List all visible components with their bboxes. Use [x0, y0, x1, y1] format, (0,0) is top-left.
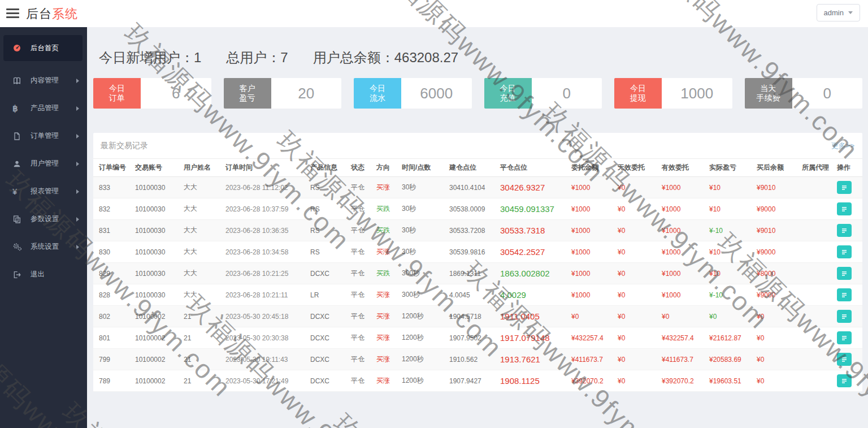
detail-button[interactable]	[837, 267, 852, 280]
sidebar-item-report[interactable]: ¥报表管理	[0, 178, 87, 205]
table-cell: 799	[99, 356, 135, 364]
column-header: 订单编号	[99, 163, 135, 172]
table-cell: ¥10	[709, 270, 757, 278]
table-row: 82910100030大大2023-06-28 10:21:25DCXC平仓买跌…	[93, 263, 862, 284]
table-cell: ¥0	[618, 313, 662, 321]
stat-card-value: 20	[271, 78, 342, 109]
table-cell: 10100002	[135, 313, 184, 321]
table-cell: 平仓	[351, 376, 376, 386]
column-header: 实际盈亏	[709, 163, 757, 172]
table-cell: RS	[310, 205, 351, 213]
stats-summary: 今日新增用户：1总用户：7用户总余额：463208.27	[99, 49, 868, 67]
table-cell: 300秒	[402, 269, 449, 278]
detail-button[interactable]	[837, 224, 852, 237]
table-cell: 平仓	[351, 269, 376, 278]
table-cell: 买涨	[376, 376, 402, 386]
detail-button[interactable]	[837, 288, 852, 301]
stat-card-value: 6000	[401, 78, 472, 109]
sidebar-item-home[interactable]: 后台首页	[3, 35, 83, 61]
table-cell: DCXC	[310, 356, 351, 364]
table-cell: 1917.079148	[500, 333, 571, 343]
table-cell: ¥1000	[571, 184, 618, 192]
table-cell: 买涨	[376, 290, 402, 300]
sidebar-item-product[interactable]: ฿产品管理	[0, 94, 87, 122]
table-cell: 平仓	[351, 333, 376, 343]
table-cell: RS	[310, 248, 351, 256]
table-cell: 2023-05-30 17:21:49	[225, 377, 310, 385]
table-cell: 30539.9816	[449, 248, 500, 256]
table-cell: 10100002	[135, 356, 184, 364]
table-cell: ¥411673.7	[662, 356, 709, 364]
sidebar-item-label: 产品管理	[31, 103, 59, 113]
sidebar-item-user[interactable]: 用户管理	[0, 150, 87, 178]
detail-button[interactable]	[837, 245, 852, 258]
sidebar-item-params[interactable]: 参数设置	[0, 205, 87, 233]
chevron-right-icon	[76, 134, 79, 139]
chevron-right-icon	[76, 245, 79, 249]
sidebar-item-order[interactable]: 订单管理	[0, 122, 87, 150]
table-cell: 1863.002802	[500, 269, 571, 278]
chevron-right-icon	[76, 106, 79, 111]
chevron-right-icon	[76, 189, 79, 194]
column-header: 平仓点位	[500, 163, 571, 172]
app-title: 后台系统	[26, 6, 78, 23]
column-header: 委托金额	[571, 163, 618, 172]
stat-card: 今日 充值0	[484, 78, 602, 109]
table-cell: 大大	[184, 204, 225, 214]
table-cell: 平仓	[351, 183, 376, 192]
table-cell: 1907.9427	[449, 377, 500, 385]
stat-card: 今日 订单6	[93, 78, 211, 109]
table-cell: 1200秒	[402, 333, 449, 343]
table-cell: DCXC	[310, 334, 351, 342]
table-row: 83010100030大大2023-06-28 10:34:58RS平仓买涨30…	[93, 241, 862, 263]
table-cell: 2023-06-28 10:37:59	[225, 205, 310, 213]
main-content: 今日新增用户：1总用户：7用户总余额：463208.27 今日 订单6客户 盈亏…	[87, 27, 868, 428]
table-cell: ¥19603.51	[709, 377, 757, 385]
table-cell: 21	[184, 377, 225, 385]
detail-button[interactable]	[837, 374, 852, 387]
table-cell: 买涨	[376, 183, 402, 192]
sidebar-item-content[interactable]: 内容管理	[0, 67, 87, 94]
user-menu-button[interactable]: admin	[817, 4, 860, 21]
hamburger-icon[interactable]	[6, 8, 19, 18]
detail-button[interactable]	[837, 181, 852, 194]
table-header-row: 订单编号交易账号用户姓名订单时间产品信息状态方向时间/点数建仓点位平仓点位委托金…	[93, 159, 862, 177]
table-cell-actions	[837, 181, 857, 194]
table-cell: ¥1000	[571, 291, 618, 299]
table-cell-actions	[837, 245, 857, 258]
table-cell: ¥392070.2	[571, 377, 618, 385]
table-cell: ¥0	[618, 205, 662, 213]
table-cell: ¥432257.4	[571, 334, 618, 342]
table-cell: 平仓	[351, 312, 376, 321]
table-cell: 300秒	[402, 290, 449, 300]
table-cell: ¥9000	[757, 205, 802, 213]
table-cell: 30426.9327	[500, 183, 571, 192]
more-link[interactable]: 更多>>	[831, 141, 854, 151]
table-cell: 买跌	[376, 226, 402, 235]
table-cell: 30533.7208	[449, 227, 500, 235]
detail-button[interactable]	[837, 310, 852, 323]
sidebar-item-logout[interactable]: 退出	[0, 261, 87, 288]
sidebar-item-system[interactable]: 系统设置	[0, 233, 87, 261]
table-cell: 829	[99, 270, 135, 278]
stat-cards: 今日 订单6客户 盈亏20今日 流水6000今日 充值0今日 提现1000当天 …	[93, 78, 862, 109]
table-cell: ¥0	[757, 334, 802, 342]
detail-button[interactable]	[837, 353, 852, 366]
table-cell: ¥10	[709, 248, 757, 256]
column-header: 订单时间	[225, 163, 310, 172]
stat-card: 当天 手续费0	[745, 78, 863, 109]
table-cell: 2023-05-30 19:11:43	[225, 356, 310, 364]
column-header: 状态	[351, 163, 376, 172]
table-cell: 2023-05-30 20:30:38	[225, 334, 310, 342]
table-row: 80210100002212023-05-30 20:45:18DCXC平仓买涨…	[93, 306, 862, 327]
table-cell: ¥392070.2	[662, 377, 709, 385]
column-header: 时间/点数	[402, 163, 449, 172]
table-cell: 830	[99, 248, 135, 256]
table-cell: 30459.091337	[500, 204, 571, 214]
detail-button[interactable]	[837, 331, 852, 344]
detail-button[interactable]	[837, 202, 852, 215]
table-cell: ¥1000	[571, 205, 618, 213]
table-cell: 801	[99, 334, 135, 342]
table-cell: 大大	[184, 269, 225, 278]
table-cell: 买涨	[376, 247, 402, 257]
